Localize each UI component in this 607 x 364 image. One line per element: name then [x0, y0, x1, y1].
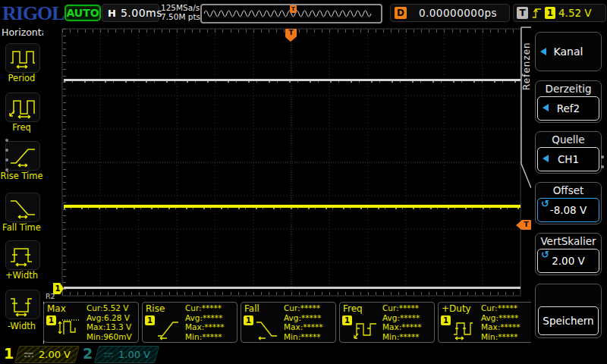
rising-edge-icon	[531, 6, 542, 20]
trigger-source-badge: 1	[545, 7, 555, 19]
measure-period-button[interactable]	[5, 43, 40, 73]
measurement-row: Min:*****	[284, 332, 323, 342]
plus-width-icon	[8, 243, 38, 268]
measure-fall-time-button[interactable]	[5, 193, 40, 222]
minus-width-label: -Width	[0, 321, 43, 331]
menu-offset-button[interactable]: Offset ↺ -8.08 V	[535, 182, 602, 224]
measurement-row: Avg:*****	[185, 313, 225, 323]
measurement-row: Cur:*****	[481, 303, 521, 313]
measurement-row: Avg:6.28 V	[86, 313, 132, 323]
measurement-row: Max:*****	[382, 322, 422, 332]
rise-time-label: Rise Time	[0, 171, 43, 181]
ref-trace-top-noise	[64, 81, 521, 83]
plus-width-label: +Width	[0, 270, 43, 281]
rotate-knob-icon: ↺	[541, 198, 549, 209]
left-measure-menu: Horizontal Period Freq Rise Time	[0, 24, 44, 344]
measurement-row: Min:*****	[382, 332, 422, 342]
measurement-name: +Duty	[442, 303, 471, 314]
measurement-row: Avg:*****	[284, 313, 323, 323]
rotate-knob-icon: ↺	[541, 249, 549, 260]
menu-kanal-button[interactable]: Kanal	[535, 32, 602, 71]
acquisition-info: 125MSa/s 7.50M pts	[161, 3, 200, 21]
measurement-row: Max:13.3 V	[86, 322, 132, 332]
channel1-scale: 2.00 V	[39, 349, 71, 360]
preview-trigger-marker[interactable]: T	[290, 5, 297, 13]
measure-minus-width-button[interactable]	[5, 290, 40, 319]
measurement-panel-fall[interactable]: Fall 1 Cur:***** Avg:***** Max:***** Min…	[241, 302, 336, 343]
derzeitig-value: Ref2	[557, 102, 580, 115]
measurement-row: Cur:*****	[284, 303, 323, 313]
quelle-title: Quelle	[537, 133, 599, 147]
measurement-row: Cur:*****	[382, 303, 422, 313]
menu-vertskalier-button[interactable]: VertSkalier ↺ 2.00 V	[535, 233, 602, 275]
trigger-position-marker[interactable]: T	[285, 29, 297, 37]
measurement-name: Fall	[244, 303, 259, 314]
measurement-row: Avg:*****	[481, 313, 521, 323]
measurement-row: Cur:5.52 V	[86, 303, 132, 313]
ref-trace-bottom	[64, 287, 521, 289]
left-arrow-icon	[543, 155, 549, 162]
sample-rate: 125MSa/s	[161, 3, 200, 12]
measurement-name: Max	[47, 303, 66, 314]
freq-icon	[8, 96, 38, 120]
measurement-row: Min:960mV	[86, 332, 132, 342]
channel2-status[interactable]: 1.00 V	[94, 346, 159, 363]
channel2-number: 2	[83, 345, 93, 362]
measurement-row: Max:*****	[284, 322, 323, 332]
measure-plus-width-button[interactable]	[5, 240, 40, 270]
measurement-panel-duty[interactable]: +Duty 1 Cur:***** Avg:***** Max:***** Mi…	[438, 302, 533, 343]
freq-label: Freq	[0, 122, 43, 133]
waveform-display: T 1 R2	[43, 24, 521, 302]
measure-freq-button[interactable]	[5, 93, 40, 122]
measurement-name: Rise	[146, 303, 165, 314]
measure-rise-time-button[interactable]	[5, 141, 40, 171]
speichern-button[interactable]: Speichern	[538, 306, 599, 335]
scroll-dot	[5, 168, 8, 171]
menu-speichern-group: Speichern	[535, 284, 602, 338]
rise-icon	[154, 315, 181, 340]
measurement-row: Max:*****	[481, 322, 521, 332]
rigol-logo: RIGOL	[2, 2, 64, 25]
offset-title: Offset	[537, 184, 599, 198]
channel2-scale: 1.00 V	[118, 349, 150, 360]
ref2-position-label: R2	[46, 292, 55, 300]
trigger-level-value: 4.52 V	[558, 7, 592, 19]
measurement-panel-rise[interactable]: Rise 1 Cur:***** Avg:***** Max:***** Min…	[142, 302, 237, 343]
channel1-number: 1	[4, 345, 14, 362]
trigger-panel[interactable]: T 1 4.52 V	[513, 4, 606, 22]
measurement-bar: Max 1 Cur:5.52 V Avg:6.28 V Max:13.3 V M…	[43, 302, 533, 343]
scroll-dot	[5, 149, 8, 152]
minus-width-icon	[8, 293, 38, 317]
measurement-row: Min:*****	[185, 332, 225, 342]
vertskalier-title: VertSkalier	[537, 234, 599, 249]
delay-panel[interactable]: D 0.00000000ps	[390, 4, 510, 22]
menu-quelle-button[interactable]: Quelle CH1	[535, 131, 602, 174]
scroll-dot	[5, 158, 8, 162]
memory-depth: 7.50M pts	[161, 12, 200, 21]
waveform-memory-preview[interactable]: T	[200, 4, 382, 24]
channel1-status[interactable]: 2.00 V	[14, 346, 80, 363]
measurement-panel-freq[interactable]: Freq 1 Cur:***** Avg:***** Max:***** Min…	[339, 302, 435, 343]
menu-derzeitig-button[interactable]: Derzeitig Ref2	[535, 80, 602, 123]
measurement-panel-max[interactable]: Max 1 Cur:5.52 V Avg:6.28 V Max:13.3 V M…	[43, 302, 139, 343]
dc-coupling-icon	[103, 351, 114, 359]
fall-time-icon	[8, 196, 38, 220]
scroll-dot	[5, 139, 8, 142]
scroll-dot	[601, 165, 604, 168]
measurement-row: Cur:*****	[185, 303, 225, 313]
rise-time-icon	[8, 144, 38, 168]
left-arrow-icon	[543, 104, 549, 111]
vertskalier-value: 2.00 V	[552, 255, 585, 267]
dc-coupling-icon	[24, 351, 34, 359]
measurement-row: Max:*****	[185, 322, 225, 332]
delay-value: 0.00000000ps	[407, 7, 509, 19]
trigger-level-marker[interactable]: T	[521, 220, 531, 230]
trigger-badge: T	[517, 7, 528, 19]
offset-value: -8.08 V	[550, 204, 587, 216]
max-icon	[55, 315, 83, 340]
left-ticks	[63, 29, 66, 296]
horizontal-scale-panel[interactable]: H 5.00ms	[102, 4, 159, 22]
derzeitig-title: Derzeitig	[537, 82, 599, 96]
fall-icon	[253, 315, 280, 340]
graticule	[43, 24, 521, 302]
